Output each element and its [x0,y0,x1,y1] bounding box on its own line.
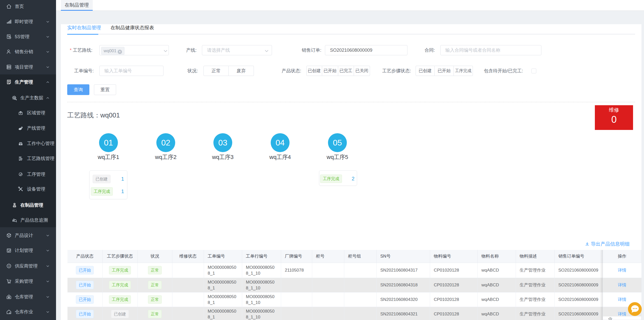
svg-text:供: 供 [8,265,10,267]
